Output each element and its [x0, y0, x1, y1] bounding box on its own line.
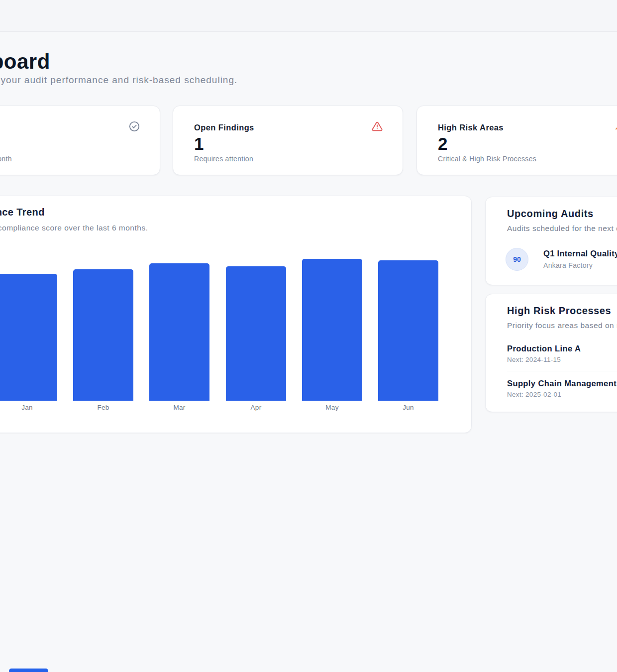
high-risk-processes-card: High Risk Processes Priority focus areas…: [485, 294, 617, 412]
x-axis-label: Mar: [149, 404, 209, 411]
stat-label: High Risk Areas: [438, 123, 504, 132]
stat-card-high-risk-areas: High Risk Areas 2 Critical & High Risk P…: [416, 106, 617, 175]
chart-bar: [73, 269, 133, 401]
chart-bar: [226, 266, 286, 401]
x-axis-label: Feb: [73, 404, 133, 411]
upcoming-audit-item[interactable]: 90 Q1 Internal Quality Audit Ankara Fact…: [506, 247, 617, 277]
x-axis-label: Jun: [378, 404, 438, 411]
risk-process-item[interactable]: Production Line A Next: 2024-11-15: [507, 344, 617, 369]
chart-bar: [149, 263, 209, 401]
upcoming-audits-title: Upcoming Audits: [507, 208, 594, 220]
stat-card-total-audits: Total Audits +2 from last month: [0, 106, 160, 175]
stat-subtext: +2 from last month: [0, 155, 12, 163]
chart-title: Compliance Trend: [0, 207, 45, 218]
chart-bar: [378, 260, 438, 401]
high-risk-title: High Risk Processes: [507, 305, 611, 317]
x-axis-label: Jan: [0, 404, 57, 411]
top-navigation-bar: [0, 0, 617, 32]
x-axis-label: May: [302, 404, 362, 411]
page-subtitle: Overview of your audit performance and r…: [0, 75, 237, 86]
cutoff-blue-bar[interactable]: [9, 669, 48, 672]
stat-label: Open Findings: [194, 123, 254, 132]
chart-bar: [0, 274, 57, 401]
divider: [507, 371, 617, 371]
upcoming-audits-card: Upcoming Audits Audits scheduled for the…: [485, 197, 617, 285]
audit-name: Q1 Internal Quality Audit: [543, 249, 617, 258]
high-risk-subtitle: Priority focus areas based on risk asses…: [507, 321, 617, 330]
risk-process-item[interactable]: Supply Chain Management Next: 2025-02-01: [507, 379, 617, 404]
audit-score-badge: 90: [506, 248, 528, 271]
alert-triangle-icon: [372, 121, 383, 132]
chart-bar: [302, 259, 362, 401]
risk-process-name: Supply Chain Management: [507, 379, 617, 388]
stat-value: 1: [194, 134, 204, 154]
page-title: Dashboard: [0, 50, 50, 74]
dashboard-page: Dashboard Overview of your audit perform…: [0, 0, 617, 672]
stat-subtext: Requires attention: [194, 155, 253, 163]
risk-process-next-date: Next: 2024-11-15: [507, 356, 561, 363]
stat-card-open-findings: Open Findings 1 Requires attention: [173, 106, 403, 175]
check-circle-icon: [129, 121, 140, 132]
audit-location: Ankara Factory: [543, 261, 593, 269]
risk-process-next-date: Next: 2025-02-01: [507, 391, 561, 398]
risk-process-name: Production Line A: [507, 344, 581, 353]
chart-subtitle: Average compliance score over the last 6…: [0, 224, 148, 232]
x-axis-label: Apr: [226, 404, 286, 411]
upcoming-audits-subtitle: Audits scheduled for the next quarter.: [507, 224, 617, 233]
stat-value: 2: [438, 134, 447, 154]
stat-subtext: Critical & High Risk Processes: [438, 155, 536, 163]
